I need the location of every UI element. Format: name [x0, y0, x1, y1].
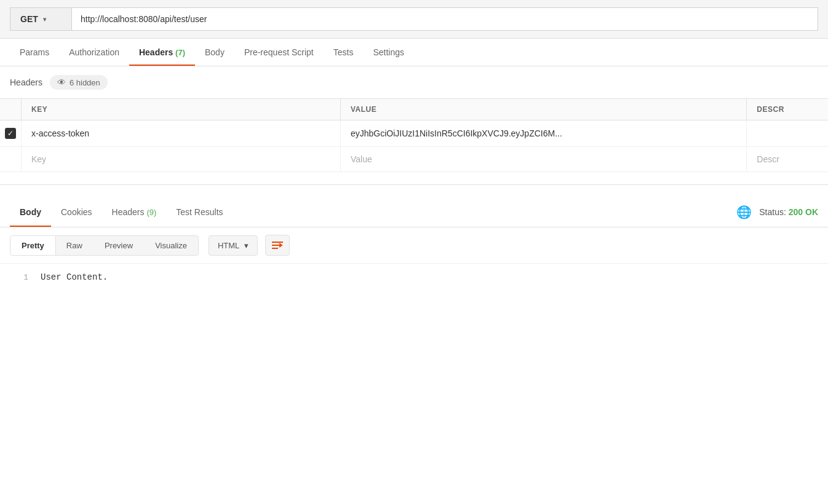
col-header-key: KEY [22, 99, 341, 120]
response-toolbar: Pretty Raw Preview Visualize HTML ▾ [0, 227, 828, 264]
method-chevron: ▾ [43, 16, 46, 23]
response-tab-cookies[interactable]: Cookies [51, 197, 102, 227]
lang-value: HTML [218, 241, 239, 250]
placeholder-key: Key [31, 154, 46, 164]
response-tab-headers-badge: (9) [146, 208, 156, 217]
globe-icon: 🌐 [736, 205, 752, 219]
response-tab-test-results[interactable]: Test Results [166, 197, 233, 227]
headers-table: KEY VALUE DESCR ✓ [0, 99, 828, 172]
row-value-cell: eyJhbGciOiJIUzI1NiIsInR5cCI6IkpXVCJ9.eyJ… [340, 120, 746, 147]
tab-headers-badge: (7) [175, 48, 185, 57]
response-tab-headers[interactable]: Headers (9) [102, 197, 167, 227]
row-desc-cell [747, 120, 828, 147]
tab-tests[interactable]: Tests [324, 39, 364, 66]
lang-chevron: ▾ [244, 241, 249, 250]
row-value-text: eyJhbGciOiJIUzI1NiIsInR5cCI6IkpXVCJ9.eyJ… [351, 128, 562, 138]
table-placeholder-row: Key Value Descr [0, 147, 828, 172]
wrap-icon [272, 240, 283, 250]
hidden-badge[interactable]: 👁 6 hidden [50, 75, 108, 90]
col-header-desc: DESCR [747, 99, 828, 120]
table-row: ✓ x-access-token eyJhbGciOiJIUzI1NiIsInR… [0, 120, 828, 147]
response-body: 1 User Content. [0, 264, 828, 291]
tab-tests-label: Tests [333, 47, 354, 57]
placeholder-value: Value [351, 154, 372, 164]
tab-authorization[interactable]: Authorization [59, 39, 129, 66]
url-bar: GET ▾ [0, 0, 828, 39]
headers-section: Headers 👁 6 hidden [0, 66, 828, 99]
row-key-cell: x-access-token [22, 120, 341, 147]
tab-pre-request[interactable]: Pre-request Script [234, 39, 324, 66]
hidden-count: 6 hidden [70, 78, 100, 87]
spacer [0, 185, 828, 197]
tab-params-label: Params [20, 47, 49, 57]
response-tab-body[interactable]: Body [10, 197, 51, 227]
tab-headers-label: Headers [139, 47, 173, 57]
status-label: Status: 200 OK [759, 207, 818, 217]
checkbox-container[interactable]: ✓ [5, 128, 16, 139]
response-tab-cookies-label: Cookies [61, 207, 92, 217]
placeholder-checkbox-cell [0, 147, 22, 172]
tab-pre-request-label: Pre-request Script [244, 47, 314, 57]
request-tabs: Params Authorization Headers (7) Body Pr… [0, 39, 828, 66]
response-tab-test-results-label: Test Results [176, 207, 223, 217]
method-label: GET [20, 14, 38, 24]
method-dropdown[interactable]: GET ▾ [10, 7, 71, 31]
placeholder-key-cell[interactable]: Key [22, 147, 341, 172]
format-tab-raw[interactable]: Raw [55, 236, 94, 255]
checkbox-checked[interactable]: ✓ [5, 128, 16, 139]
lang-select[interactable]: HTML ▾ [209, 235, 258, 256]
response-line-1: 1 User Content. [0, 271, 828, 283]
row-key-text: x-access-token [31, 128, 89, 138]
eye-icon: 👁 [57, 77, 66, 87]
placeholder-desc: Descr [757, 154, 779, 164]
headers-table-container: KEY VALUE DESCR ✓ [0, 99, 828, 172]
status-area: 🌐 Status: 200 OK [736, 205, 818, 219]
tab-headers[interactable]: Headers (7) [129, 39, 195, 66]
response-tab-headers-label: Headers [112, 207, 145, 217]
response-tab-body-label: Body [20, 207, 41, 217]
tab-body[interactable]: Body [195, 39, 234, 66]
checkmark-icon: ✓ [7, 130, 14, 137]
tab-settings[interactable]: Settings [363, 39, 414, 66]
url-input[interactable] [71, 7, 818, 31]
format-tabs: Pretty Raw Preview Visualize [10, 235, 199, 256]
tab-settings-label: Settings [373, 47, 404, 57]
line-number-1: 1 [10, 273, 28, 282]
tab-authorization-label: Authorization [69, 47, 119, 57]
format-tab-preview[interactable]: Preview [94, 236, 144, 255]
tab-params[interactable]: Params [10, 39, 59, 66]
format-tab-visualize[interactable]: Visualize [144, 236, 198, 255]
format-tab-pretty[interactable]: Pretty [10, 236, 55, 255]
row-checkbox-cell: ✓ [0, 120, 22, 147]
col-header-value: VALUE [340, 99, 746, 120]
response-tabs-bar: Body Cookies Headers (9) Test Results 🌐 … [0, 197, 828, 227]
placeholder-value-cell[interactable]: Value [340, 147, 746, 172]
col-header-checkbox [0, 99, 22, 120]
wrap-button[interactable] [265, 235, 290, 256]
placeholder-desc-cell[interactable]: Descr [747, 147, 828, 172]
status-value: 200 OK [789, 207, 818, 217]
headers-section-label: Headers [10, 77, 42, 87]
line-content-1: User Content. [41, 272, 108, 282]
tab-body-label: Body [205, 47, 225, 57]
